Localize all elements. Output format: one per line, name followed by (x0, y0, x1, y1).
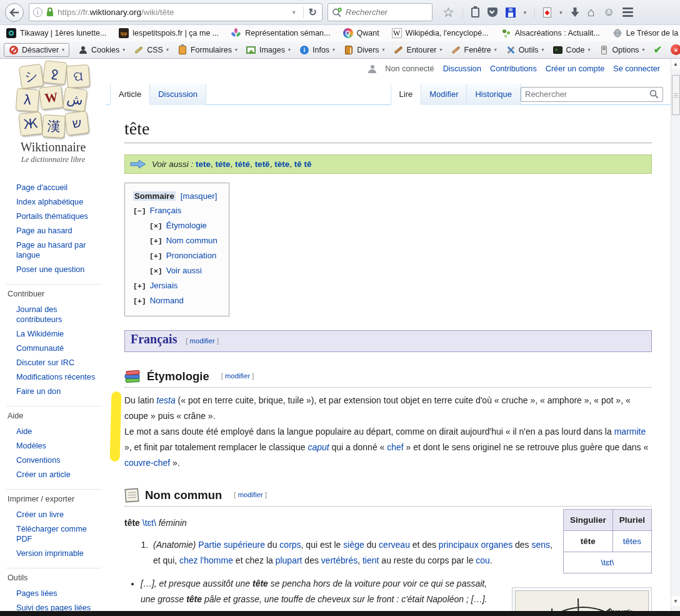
wiki-link[interactable]: plupart (276, 555, 302, 565)
scrollbar-thumb[interactable] (672, 75, 680, 115)
bookmark-alsacreations[interactable]: Alsacréations : Actualit... (501, 28, 600, 38)
clipper-dropdown-icon[interactable]: ▾ (559, 4, 562, 21)
link-couvre-chef[interactable]: couvre-chef (124, 458, 170, 468)
devbar-fenetre[interactable]: Fenêtre▾ (451, 45, 497, 55)
devbar-css[interactable]: CSS▾ (134, 45, 169, 55)
browser-search-box[interactable] (328, 3, 432, 21)
modifier-link[interactable]: [ modifier ] (186, 337, 219, 345)
history-clipboard-icon[interactable] (471, 4, 479, 21)
devbar-formulaires[interactable]: Formulaires▾ (178, 45, 238, 55)
devbar-divers[interactable]: Divers▾ (344, 45, 384, 55)
sidebar-item[interactable]: Page au hasard (16, 223, 106, 238)
devbar-outils[interactable]: Outils▾ (506, 45, 544, 55)
devbar-cookies[interactable]: Cookies▾ (78, 45, 125, 55)
toc-item-francais[interactable]: [−]Français (133, 203, 218, 218)
devbar-infos[interactable]: iInfos▾ (299, 45, 335, 55)
sidebar-item[interactable]: Pages liées (16, 586, 101, 600)
toc-item-jersiais[interactable]: [+]Jersiais (133, 278, 218, 293)
tab-historique[interactable]: Historique (467, 84, 521, 105)
toc-item-voir-aussi[interactable]: [×]Voir aussi (133, 263, 218, 278)
bookmark-tresor-langue[interactable]: Le Trésor de la Langue... (612, 28, 680, 38)
web-clipper-icon[interactable] (543, 4, 551, 21)
css-valid-check-icon[interactable]: ✔ (654, 44, 662, 56)
scroll-up-button[interactable]: ▲ (671, 59, 680, 69)
bookmark-wikipedia[interactable]: WWikipédia, l'encyclopé... (392, 28, 489, 38)
sidebar-item[interactable]: Index alphabétique (16, 194, 106, 209)
devbar-images[interactable]: Images▾ (246, 45, 291, 55)
downloads-button[interactable] (571, 4, 579, 21)
link-chef[interactable]: chef (387, 442, 403, 452)
voir-link[interactable]: téte (216, 159, 231, 169)
url-text[interactable]: https://fr.wiktionary.org/wiki/tête (58, 8, 285, 17)
devbar-desactiver[interactable]: Désactiver▾ (4, 43, 69, 57)
devbar-entourer[interactable]: Entourer▾ (394, 45, 442, 55)
sidebar-item[interactable]: Télécharger comme PDF (16, 522, 101, 546)
link-caput[interactable]: caput (308, 442, 329, 452)
bookmark-qwant[interactable]: QQwant (343, 28, 379, 38)
plural-cell[interactable]: têtes (612, 531, 651, 552)
tab-article[interactable]: Article (110, 84, 150, 105)
back-button[interactable] (5, 3, 24, 22)
modifier-link[interactable]: [ modifier ] (234, 487, 267, 503)
wiki-search-input[interactable] (525, 89, 649, 99)
sidebar-item[interactable]: Aide (16, 424, 101, 438)
devbar-options[interactable]: Options▾ (599, 45, 645, 55)
sidebar-item[interactable]: Page d'accueil (16, 180, 106, 194)
scroll-down-button[interactable]: ▼ (671, 596, 680, 606)
search-engine-icon[interactable] (332, 8, 342, 18)
toc-item-normand[interactable]: [+]Normand (133, 293, 218, 308)
sidebar-item[interactable]: Version imprimable (16, 546, 101, 560)
wiki-link[interactable]: cou (476, 555, 490, 565)
bookmark-star-icon[interactable]: ☆ (442, 4, 454, 21)
personal-discussion-link[interactable]: Discussion (443, 64, 481, 73)
wiki-link[interactable]: sens (532, 540, 551, 550)
menu-hamburger-icon[interactable] (622, 4, 633, 21)
sidebar-item[interactable]: Modèles (16, 438, 101, 453)
home-button[interactable]: ⌂ (588, 4, 595, 21)
pocket-icon[interactable] (488, 4, 498, 21)
voir-link[interactable]: tetë (255, 159, 270, 169)
link-marmite[interactable]: marmite (614, 427, 646, 437)
bookmark-lespetitspois[interactable]: lpplespetitspois.fr | ça me ... (119, 28, 219, 38)
modifier-link[interactable]: [ modifier ] (221, 368, 254, 384)
browser-search-input[interactable] (346, 8, 414, 17)
sidebar-item[interactable]: Journal des contributeurs (16, 302, 101, 326)
sidebar-item[interactable]: Discuter sur IRC (16, 355, 101, 370)
wiktionary-logo[interactable]: シ ջ ପ λ W ش Ж 漢 ש Wiktionnaire Le dictio… (0, 59, 106, 170)
bookmark-representation-semantique[interactable]: Représentation séman... (231, 28, 330, 38)
https-lock-icon[interactable] (46, 8, 54, 17)
voir-link[interactable]: tê tê (294, 159, 312, 169)
search-icon[interactable] (649, 89, 659, 99)
bookmark-tikaway[interactable]: Tikaway | 1ères lunette... (6, 28, 106, 38)
personal-contributions-link[interactable]: Contributions (490, 64, 537, 73)
sidebar-item[interactable]: Modifications récentes (16, 370, 101, 384)
sidebar-item[interactable]: Créer un livre (16, 507, 101, 522)
voir-link[interactable]: tete (196, 159, 211, 169)
voir-link[interactable]: tète (274, 159, 289, 169)
wiki-link[interactable]: vertébrés (321, 555, 358, 565)
wiki-search-box[interactable] (521, 87, 663, 102)
save-page-icon[interactable] (506, 4, 516, 21)
wiki-link[interactable]: chez l'homme (179, 555, 233, 565)
link-testa[interactable]: testa (156, 395, 175, 405)
devbar-code[interactable]: >Code▾ (553, 45, 591, 55)
pronunciation-cell[interactable]: \tɛt\ (563, 552, 651, 573)
create-account-link[interactable]: Créer un compte (546, 64, 605, 73)
sidebar-item[interactable]: Communauté (16, 341, 101, 355)
toc-item-prononciation[interactable]: [+]Prononciation (133, 248, 218, 263)
reload-button[interactable]: ↻ (308, 6, 318, 18)
sidebar-item[interactable]: Conventions (16, 453, 101, 467)
tab-lire[interactable]: Lire (391, 84, 422, 105)
wiki-link[interactable]: principaux organes (439, 540, 512, 550)
sidebar-item[interactable]: Suivi des pages liées (16, 600, 101, 611)
save-dropdown-icon[interactable]: ▾ (524, 4, 527, 21)
sidebar-item[interactable]: Page au hasard par langue (16, 238, 106, 262)
wiki-link[interactable]: tient (362, 555, 379, 565)
pronunciation-link[interactable]: \tɛt\ (142, 518, 156, 528)
wiki-link[interactable]: siège (343, 540, 364, 550)
sidebar-item[interactable]: Faire un don (16, 384, 101, 398)
illustration-thumbnail[interactable]: Diuisa Proportio (512, 587, 652, 611)
toc-item-nom-commun[interactable]: [+]Nom commun (133, 233, 218, 248)
feedback-smiley-icon[interactable]: ☺ (603, 4, 614, 21)
toc-item-etymologie[interactable]: [×]Étymologie (133, 218, 218, 233)
